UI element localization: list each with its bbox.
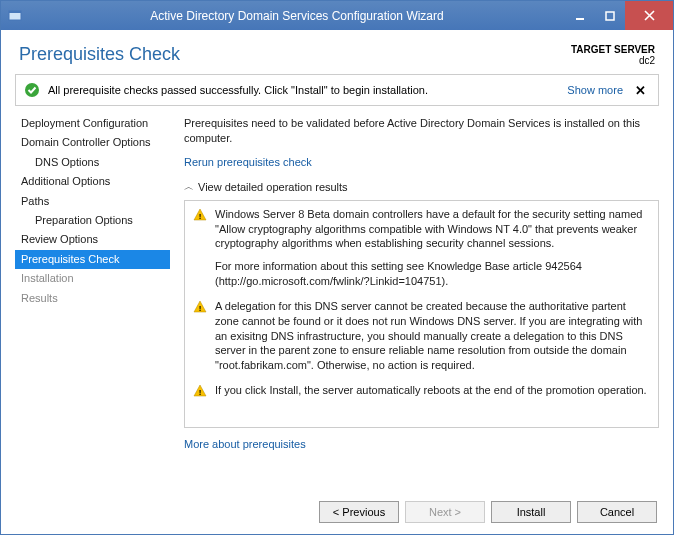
warning-icon: ! [193,207,207,289]
status-close-button[interactable]: ✕ [631,83,650,98]
page-title: Prerequisites Check [19,44,180,66]
target-server: TARGET SERVER dc2 [571,44,655,66]
svg-rect-1 [9,11,21,13]
previous-button[interactable]: < Previous [319,501,399,523]
rerun-link[interactable]: Rerun prerequisites check [184,156,312,168]
sidebar-item[interactable]: Review Options [15,230,170,249]
sidebar-item[interactable]: Preparation Options [15,211,170,230]
button-row: < Previous Next > Install Cancel [1,491,673,535]
sidebar-item: Results [15,289,170,308]
warning-icon: ! [193,383,207,402]
warning-icon: ! [193,299,207,373]
success-icon [24,82,40,98]
result-text: If you click Install, the server automat… [215,383,650,402]
sidebar-item[interactable]: Domain Controller Options [15,133,170,152]
more-about-link[interactable]: More about prerequisites [184,438,306,450]
intro-text: Prerequisites need to be validated befor… [184,116,659,146]
system-icon [1,9,29,23]
next-button[interactable]: Next > [405,501,485,523]
sidebar-item[interactable]: Prerequisites Check [15,250,170,269]
svg-rect-3 [606,12,614,20]
result-item: !If you click Install, the server automa… [193,383,650,402]
svg-text:!: ! [199,388,202,397]
result-item: !Windows Server 8 Beta domain controller… [193,207,650,289]
result-item: !A delegation for this DNS server cannot… [193,299,650,373]
target-server-label: TARGET SERVER [571,44,655,55]
page-header: Prerequisites Check TARGET SERVER dc2 [1,30,673,74]
result-text: A delegation for this DNS server cannot … [215,299,650,373]
titlebar: Active Directory Domain Services Configu… [1,1,673,30]
sidebar-item[interactable]: Deployment Configuration [15,114,170,133]
chevron-up-icon: ︿ [184,180,194,194]
svg-text:!: ! [199,304,202,313]
status-message: All prerequisite checks passed successfu… [48,84,559,96]
sidebar-item[interactable]: Paths [15,192,170,211]
sidebar-item[interactable]: DNS Options [15,153,170,172]
sidebar: Deployment ConfigurationDomain Controlle… [15,112,170,450]
result-text: Windows Server 8 Beta domain controllers… [215,207,650,289]
install-button[interactable]: Install [491,501,571,523]
window-title: Active Directory Domain Services Configu… [29,9,565,23]
sidebar-item: Installation [15,269,170,288]
sidebar-item[interactable]: Additional Options [15,172,170,191]
svg-text:!: ! [199,212,202,221]
main-content: Prerequisites need to be validated befor… [170,112,659,450]
results-box[interactable]: !Windows Server 8 Beta domain controller… [184,200,659,428]
cancel-button[interactable]: Cancel [577,501,657,523]
close-button[interactable] [625,1,673,30]
window-controls [565,1,673,30]
target-server-value: dc2 [571,55,655,66]
details-toggle[interactable]: ︿ View detailed operation results [184,180,659,194]
minimize-button[interactable] [565,1,595,30]
status-bar: All prerequisite checks passed successfu… [15,74,659,106]
maximize-button[interactable] [595,1,625,30]
details-header-label: View detailed operation results [198,181,348,193]
svg-rect-2 [576,18,584,20]
show-more-link[interactable]: Show more [567,84,623,96]
